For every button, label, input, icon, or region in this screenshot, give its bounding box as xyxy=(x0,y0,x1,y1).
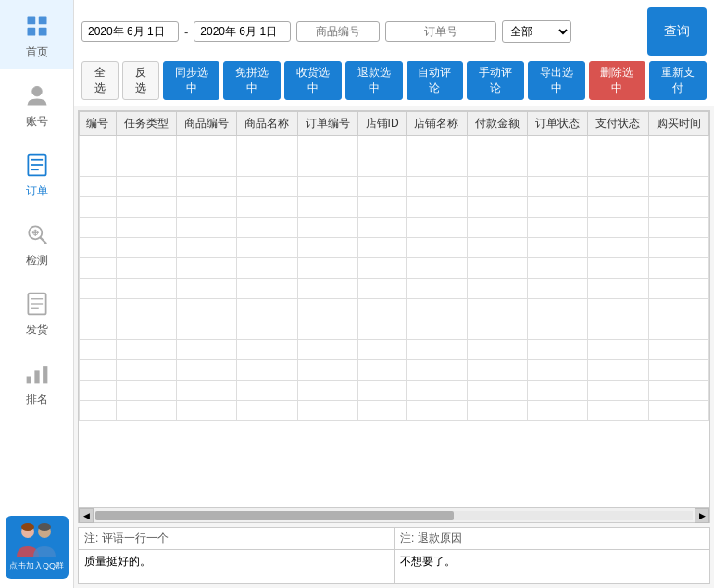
table-row xyxy=(80,177,709,197)
comment-note-textarea[interactable]: 质量挺好的。 xyxy=(79,550,394,583)
sidebar-item-account[interactable]: 账号 xyxy=(0,69,73,139)
repay-button[interactable]: 重新支付 xyxy=(649,61,707,100)
scroll-left-button[interactable]: ◀ xyxy=(79,508,94,523)
refund-note-section: 注: 退款原因 不想要了。 xyxy=(395,528,709,583)
table-row xyxy=(80,360,709,381)
toolbar: - 全部 待付款 待发货 已发货 已完成 已关闭 查询 全选 反选 同步选中 免… xyxy=(74,0,714,106)
refund-note-textarea[interactable]: 不想要了。 xyxy=(395,550,709,583)
select-all-button[interactable]: 全选 xyxy=(81,61,119,100)
qq-group-button[interactable]: 点击加入QQ群 xyxy=(6,516,69,579)
sidebar-item-account-label: 账号 xyxy=(26,114,48,130)
table-row xyxy=(80,156,709,177)
sidebar-item-inspection[interactable]: 检测 xyxy=(0,208,73,278)
table-row xyxy=(80,279,709,299)
table-row xyxy=(80,299,709,319)
col-id: 编号 xyxy=(80,112,117,136)
table-body xyxy=(80,136,709,421)
data-table: 编号 任务类型 商品编号 商品名称 订单编号 店铺ID 店铺名称 付款金额 订单… xyxy=(79,111,709,421)
order-id-input[interactable] xyxy=(385,21,496,42)
sidebar-item-home-label: 首页 xyxy=(26,44,48,60)
svg-point-4 xyxy=(31,86,42,96)
date-separator: - xyxy=(184,25,188,39)
col-buy-time: 购买时间 xyxy=(648,112,708,136)
col-payment: 付款金额 xyxy=(467,112,527,136)
table-row xyxy=(80,319,709,340)
table-row xyxy=(80,401,709,421)
col-task-type: 任务类型 xyxy=(116,112,176,136)
col-order-id: 订单编号 xyxy=(297,112,357,136)
deselect-button[interactable]: 反选 xyxy=(122,61,159,100)
order-icon xyxy=(20,148,54,181)
ranking-icon xyxy=(20,357,54,390)
col-pay-status: 支付状态 xyxy=(588,112,648,136)
sidebar: 首页 账号 订单 xyxy=(0,0,74,588)
main-content: - 全部 待付款 待发货 已发货 已完成 已关闭 查询 全选 反选 同步选中 免… xyxy=(74,0,714,588)
scroll-right-button[interactable]: ▶ xyxy=(695,508,709,523)
table-row xyxy=(80,381,709,401)
svg-rect-0 xyxy=(27,17,35,25)
product-id-input[interactable] xyxy=(296,21,380,42)
status-select[interactable]: 全部 待付款 待发货 已发货 已完成 已关闭 xyxy=(502,20,571,43)
sidebar-item-invoice[interactable]: 发货 xyxy=(0,278,73,347)
qq-group-label: 点击加入QQ群 xyxy=(9,561,64,572)
sidebar-item-order[interactable]: 订单 xyxy=(0,139,73,208)
svg-rect-2 xyxy=(27,28,35,36)
sidebar-item-ranking-label: 排名 xyxy=(26,392,48,407)
sidebar-item-invoice-label: 发货 xyxy=(26,322,48,338)
refund-note-label: 注: 退款原因 xyxy=(395,528,709,550)
sidebar-item-ranking[interactable]: 排名 xyxy=(0,347,73,417)
scroll-thumb[interactable] xyxy=(95,511,454,520)
svg-rect-20 xyxy=(43,366,47,383)
comment-note-section: 注: 评语一行一个 质量挺好的。 xyxy=(79,528,395,583)
svg-point-23 xyxy=(21,523,34,531)
horizontal-scrollbar[interactable]: ◀ ▶ xyxy=(78,508,710,523)
sidebar-item-order-label: 订单 xyxy=(26,183,48,199)
home-icon xyxy=(20,9,54,43)
data-table-container: 编号 任务类型 商品编号 商品名称 订单编号 店铺ID 店铺名称 付款金额 订单… xyxy=(78,110,710,508)
qq-avatar xyxy=(13,522,61,561)
sync-select-button[interactable]: 同步选中 xyxy=(163,61,220,100)
inspection-icon xyxy=(20,218,54,251)
scroll-track[interactable] xyxy=(95,511,693,520)
receive-select-button[interactable]: 收货选中 xyxy=(284,61,342,100)
col-shop-id: 店铺ID xyxy=(357,112,406,136)
date-from-input[interactable] xyxy=(81,21,179,42)
table-row xyxy=(80,258,709,279)
auto-comment-button[interactable]: 自动评论 xyxy=(407,61,464,100)
date-to-input[interactable] xyxy=(194,21,291,42)
account-icon xyxy=(20,79,54,112)
toolbar-row2: 全选 反选 同步选中 免拼选中 收货选中 退款选中 自动评论 手动评论 导出选中… xyxy=(81,61,707,106)
svg-line-10 xyxy=(40,238,45,244)
export-select-button[interactable]: 导出选中 xyxy=(528,61,585,100)
svg-point-24 xyxy=(38,523,51,531)
table-header-row: 编号 任务类型 商品编号 商品名称 订单编号 店铺ID 店铺名称 付款金额 订单… xyxy=(80,112,709,136)
col-product-name: 商品名称 xyxy=(237,112,297,136)
toolbar-row1: - 全部 待付款 待发货 已发货 已完成 已关闭 查询 xyxy=(81,7,707,56)
notes-area: 注: 评语一行一个 质量挺好的。 注: 退款原因 不想要了。 xyxy=(78,527,710,584)
table-row xyxy=(80,136,709,156)
sidebar-item-home[interactable]: 首页 xyxy=(0,0,73,69)
col-order-status: 订单状态 xyxy=(527,112,587,136)
comment-note-label: 注: 评语一行一个 xyxy=(79,528,394,550)
refund-select-button[interactable]: 退款选中 xyxy=(345,61,403,100)
invoice-icon xyxy=(20,287,54,320)
svg-rect-1 xyxy=(38,17,46,25)
col-shop-name: 店铺名称 xyxy=(407,112,467,136)
table-row xyxy=(80,340,709,360)
table-row xyxy=(80,197,709,218)
svg-rect-18 xyxy=(26,377,31,384)
svg-rect-19 xyxy=(34,370,39,383)
delete-select-button[interactable]: 删除选中 xyxy=(589,61,646,100)
manual-comment-button[interactable]: 手动评论 xyxy=(467,61,524,100)
sidebar-item-inspection-label: 检测 xyxy=(26,253,48,269)
table-row xyxy=(80,218,709,238)
query-button[interactable]: 查询 xyxy=(647,7,707,56)
col-product-id: 商品编号 xyxy=(176,112,236,136)
free-select-button[interactable]: 免拼选中 xyxy=(223,61,281,100)
svg-rect-3 xyxy=(38,28,46,36)
table-row xyxy=(80,238,709,258)
